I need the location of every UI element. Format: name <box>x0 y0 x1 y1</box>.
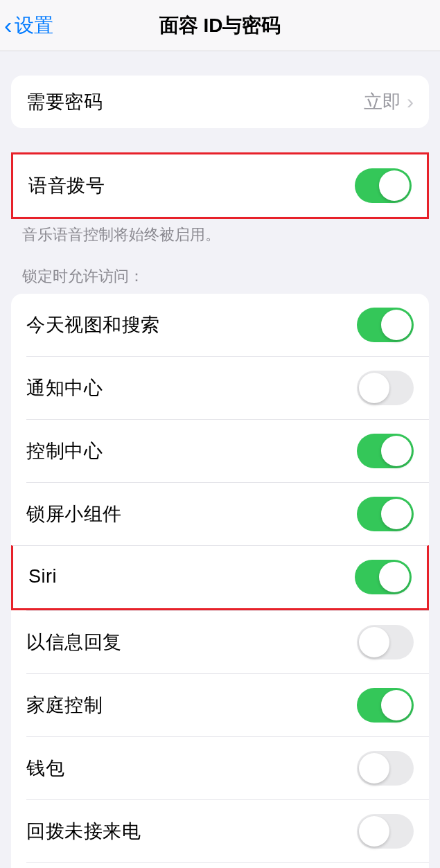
require-passcode-value: 立即 <box>364 89 401 114</box>
back-button[interactable]: ‹ 设置 <box>4 12 53 39</box>
toggle-knob <box>359 627 389 657</box>
back-label: 设置 <box>15 12 53 39</box>
allow-access-toggle[interactable] <box>357 688 414 723</box>
allow-access-row: 通知中心 <box>26 356 429 419</box>
allow-access-row: 锁屏小组件 <box>26 482 429 545</box>
toggle-knob <box>359 373 389 403</box>
allow-access-toggle[interactable] <box>357 371 414 405</box>
allow-access-row: 家庭控制 <box>26 673 429 736</box>
voice-dial-label: 语音拨号 <box>28 173 105 198</box>
chevron-left-icon: ‹ <box>4 12 12 39</box>
allow-access-row: Siri <box>11 545 429 610</box>
allow-access-label: 钱包 <box>26 756 64 781</box>
toggle-knob <box>379 170 410 201</box>
allow-access-row: 今天视图和搜索 <box>11 294 429 356</box>
voice-dial-row: 语音拨号 <box>13 154 427 217</box>
allow-access-label: 以信息回复 <box>26 630 122 655</box>
allow-access-row: 钱包 <box>26 736 429 799</box>
allow-access-header: 锁定时允许访问： <box>0 245 440 291</box>
allow-access-toggle[interactable] <box>357 497 414 531</box>
require-passcode-row[interactable]: 需要密码 立即 › <box>11 76 429 128</box>
allow-access-label: 锁屏小组件 <box>26 502 122 526</box>
allow-access-toggle[interactable] <box>357 434 414 468</box>
allow-access-row: 回拨未接来电 <box>26 799 429 862</box>
toggle-knob <box>359 753 389 783</box>
toggle-knob <box>381 499 412 529</box>
require-passcode-label: 需要密码 <box>26 89 103 114</box>
allow-access-toggle[interactable] <box>357 814 414 849</box>
allow-access-toggle[interactable] <box>357 308 414 342</box>
allow-access-toggle[interactable] <box>357 751 414 786</box>
allow-access-label: 通知中心 <box>26 375 103 400</box>
toggle-knob <box>381 690 412 720</box>
navbar: ‹ 设置 面容 ID与密码 <box>0 0 440 51</box>
allow-access-row: 控制中心 <box>26 419 429 482</box>
toggle-knob <box>359 816 389 847</box>
chevron-right-icon: › <box>407 90 414 114</box>
allow-access-row: USB配件 <box>26 862 429 868</box>
allow-access-group: 今天视图和搜索通知中心控制中心锁屏小组件Siri以信息回复家庭控制钱包回拨未接来… <box>11 294 429 868</box>
allow-access-toggle[interactable] <box>355 560 412 594</box>
allow-access-label: 家庭控制 <box>26 693 103 718</box>
allow-access-label: 今天视图和搜索 <box>26 312 160 337</box>
toggle-knob <box>379 562 410 592</box>
voice-dial-group: 语音拨号 <box>11 152 429 219</box>
toggle-knob <box>381 310 412 340</box>
allow-access-label: 控制中心 <box>26 439 103 463</box>
voice-dial-footer: 音乐语音控制将始终被启用。 <box>0 219 440 245</box>
page-title: 面容 ID与密码 <box>0 12 440 39</box>
voice-dial-toggle[interactable] <box>355 168 412 203</box>
toggle-knob <box>381 436 412 466</box>
allow-access-label: 回拨未接来电 <box>26 819 141 844</box>
allow-access-label: Siri <box>28 566 57 587</box>
allow-access-toggle[interactable] <box>357 625 414 659</box>
require-passcode-group: 需要密码 立即 › <box>11 76 429 128</box>
allow-access-row: 以信息回复 <box>26 610 429 673</box>
